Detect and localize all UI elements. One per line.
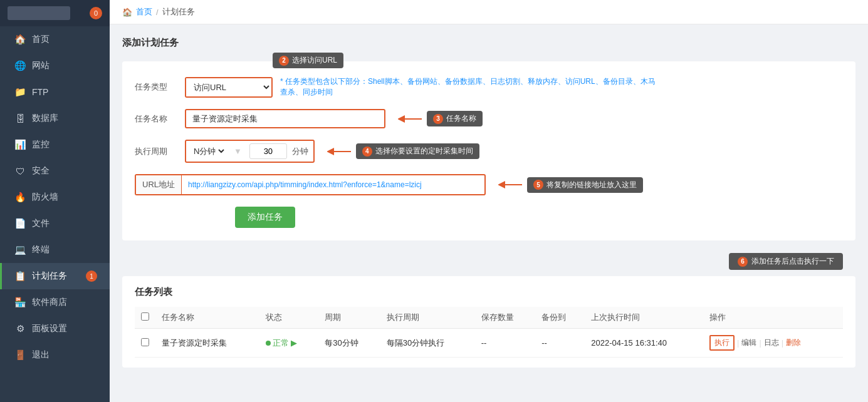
step5-label: 将复制的链接地址放入这里 [546,180,637,190]
gear-icon: ⚙ [14,323,26,334]
sidebar-item-monitor[interactable]: 📊 监控 [0,131,110,158]
period-unit-text: 分钟 [292,146,308,157]
status-text: 正常 [273,338,289,349]
step4-arrow-left [327,145,352,158]
th-cycle: 周期 [318,307,380,329]
main-content: 🏠 首页 / 计划任务 添加计划任务 任务类型 访问URL Shell脚本 备份… [110,0,868,402]
sidebar-item-home[interactable]: 🏠 首页 [0,26,110,53]
step2-annotation: 2 选择访问URL [273,53,343,68]
step4-number: 4 [362,147,372,157]
action-sep-3: | [782,338,783,348]
sidebar-item-logout[interactable]: 🚪 退出 [0,342,110,368]
crontab-badge: 1 [86,271,97,282]
sidebar-item-crontab[interactable]: 📋 计划任务 1 ◀ [0,263,110,289]
appstore-icon: 🏪 [14,297,26,308]
th-task-name: 任务名称 [155,307,259,329]
sidebar-item-firewall[interactable]: 🔥 防火墙 [0,184,110,210]
shield-icon: 🛡 [14,166,26,177]
sidebar-item-label: 文件 [32,218,50,229]
step4-label: 选择你要设置的定时采集时间 [375,146,473,157]
row-status: 正常 ▶ [259,329,318,358]
sidebar-item-security[interactable]: 🛡 安全 [0,158,110,184]
database-icon: 🗄 [14,113,26,124]
sidebar-header: 0 [0,0,110,26]
step6-tooltip: 6 添加任务后点击执行一下 [729,253,843,270]
home-icon: 🏠 [14,34,26,45]
status-dot [266,341,271,346]
file-icon: 📄 [14,218,26,229]
action-sep-1: | [737,338,739,348]
url-input[interactable] [182,177,484,193]
breadcrumb-home[interactable]: 首页 [136,6,152,18]
log-button[interactable]: 日志 [764,338,779,348]
sidebar-item-appstore[interactable]: 🏪 软件商店 [0,289,110,316]
action-sep-2: | [759,338,761,348]
step5-tooltip: 5 将复制的链接地址放入这里 [527,177,643,193]
th-checkbox [135,307,155,329]
select-all-checkbox[interactable] [141,312,149,321]
step3-arrow-left [398,113,423,125]
add-task-button[interactable]: 添加任务 [235,207,295,228]
sidebar-item-label: 软件商店 [32,297,67,308]
firewall-icon: 🔥 [14,192,26,203]
task-name-input[interactable] [185,109,385,128]
sidebar-item-ftp[interactable]: 📁 FTP [0,79,110,105]
sidebar-item-label: FTP [32,87,48,97]
step5-number: 5 [533,180,543,190]
add-form-section: 任务类型 访问URL Shell脚本 备份网站 备份数据库 日志切割 释放内存 … [122,61,855,240]
content-area: 添加计划任务 任务类型 访问URL Shell脚本 备份网站 备份数据库 日志切… [110,24,868,402]
row-actions: 执行 | 编辑 | 日志 | 删除 [703,329,843,358]
row-cycle: 每30分钟 [318,329,380,358]
sidebar-item-label: 退出 [32,349,50,361]
url-field-wrapper: URL地址 [135,174,486,195]
th-actions: 操作 [703,307,843,329]
row-checkbox-cell [135,329,155,358]
ftp-icon: 📁 [14,86,26,98]
sidebar-item-files[interactable]: 📄 文件 [0,210,110,237]
step5-arrow-left [498,178,523,191]
sidebar-notification-badge: 0 [90,7,102,19]
delete-button[interactable]: 删除 [786,338,801,348]
th-last-run: 上次执行时间 [585,307,703,329]
play-icon: ▶ [291,338,297,348]
execute-button[interactable]: 执行 [709,335,735,351]
globe-icon: 🌐 [14,60,26,71]
th-status: 状态 [259,307,318,329]
step6-bar: 6 添加任务后点击执行一下 [122,253,855,270]
task-type-hint: * 任务类型包含以下部分：Shell脚本、备份网站、备份数据库、日志切割、释放内… [280,76,656,98]
step5-annotation-wrapper: 5 将复制的链接地址放入这里 [498,177,643,193]
sidebar-item-panel-settings[interactable]: ⚙ 面板设置 [0,316,110,342]
row-backup-to: -- [535,329,585,358]
sidebar-item-label: 监控 [32,139,50,150]
step3-number: 3 [433,114,443,124]
sidebar-item-website[interactable]: 🌐 网站 [0,53,110,79]
sidebar-item-label: 面板设置 [32,323,67,334]
step6-label: 添加任务后点击执行一下 [751,256,834,267]
sidebar-item-database[interactable]: 🗄 数据库 [0,105,110,131]
action-links: 执行 | 编辑 | 日志 | 删除 [709,335,837,351]
terminal-icon: 💻 [14,244,26,255]
period-unit-select[interactable]: N分钟 每天 每周 每月 每年 [191,146,226,157]
task-type-select[interactable]: 访问URL Shell脚本 备份网站 备份数据库 日志切割 释放内存 备份目录 … [186,78,271,96]
row-checkbox[interactable] [141,338,149,346]
step3-label: 任务名称 [446,113,476,124]
task-list-section: 任务列表 任务名称 状态 周期 执行周期 保存数量 备份到 上次执行时间 操作 [122,276,855,368]
period-value-input[interactable] [249,143,287,159]
breadcrumb-current: 计划任务 [162,6,195,18]
row-exec-cycle: 每隔30分钟执行 [380,329,475,358]
sidebar-item-terminal[interactable]: 💻 终端 [0,237,110,263]
th-backup-to: 备份到 [535,307,585,329]
sidebar-item-label: 网站 [32,60,50,71]
sidebar-item-label: 终端 [32,244,50,255]
edit-button[interactable]: 编辑 [741,338,756,348]
sidebar-logo [8,6,70,20]
monitor-icon: 📊 [14,139,26,150]
table-row: 量子资源定时采集 正常 ▶ 每30分钟 每隔30分钟执行 -- -- [135,329,843,358]
breadcrumb-home-icon: 🏠 [122,8,132,17]
sidebar-item-label: 数据库 [32,113,58,124]
step4-tooltip: 4 选择你要设置的定时采集时间 [356,143,479,159]
period-label: 执行周期 [135,146,179,157]
crontab-icon: 📋 [14,271,26,282]
sidebar-item-label: 安全 [32,165,50,177]
task-type-label: 任务类型 [135,81,179,93]
